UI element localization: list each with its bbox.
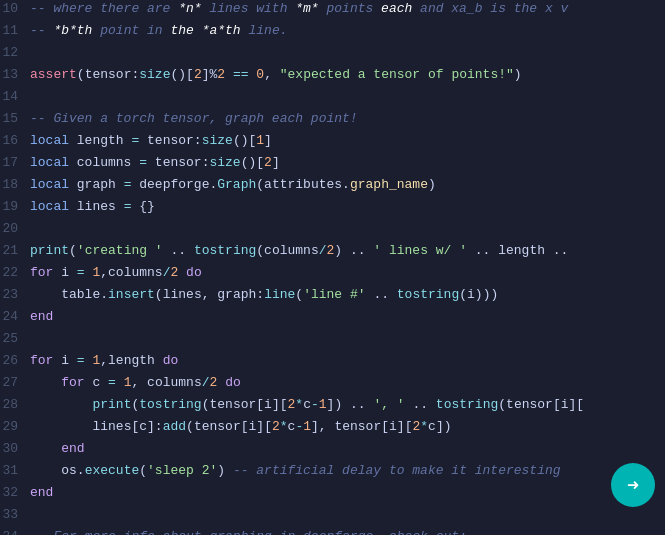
line-num-19: 19: [0, 199, 30, 214]
code-line-28: 28 print(tostring(tensor[i][2*c-1]) .. '…: [0, 396, 665, 418]
code-line-23: 23 table.insert(lines, graph:line('line …: [0, 286, 665, 308]
line-content-27: for c = 1, columns/2 do: [30, 375, 241, 390]
line-content-24: end: [30, 309, 53, 324]
line-content-30: end: [30, 441, 85, 456]
line-num-20: 20: [0, 221, 30, 236]
code-line-12: 12: [0, 44, 665, 66]
line-content-34: -- For more info about graphing in deepf…: [30, 529, 467, 535]
line-num-12: 12: [0, 45, 30, 60]
line-content-15: -- Given a torch tensor, graph each poin…: [30, 111, 358, 126]
line-num-16: 16: [0, 133, 30, 148]
line-content-32: end: [30, 485, 53, 500]
line-num-25: 25: [0, 331, 30, 346]
line-num-21: 21: [0, 243, 30, 258]
line-content-23: table.insert(lines, graph:line('line #' …: [30, 287, 498, 302]
line-num-17: 17: [0, 155, 30, 170]
line-content-31: os.execute('sleep 2') -- artificial dela…: [30, 463, 561, 478]
code-line-27: 27 for c = 1, columns/2 do: [0, 374, 665, 396]
line-num-10: 10: [0, 1, 30, 16]
line-num-15: 15: [0, 111, 30, 126]
line-content-29: lines[c]:add(tensor[i][2*c-1], tensor[i]…: [30, 419, 452, 434]
line-num-11: 11: [0, 23, 30, 38]
line-content-11: -- *b*th point in the *a*th line.: [30, 23, 287, 38]
arrow-right-icon: ➜: [627, 473, 639, 498]
line-num-18: 18: [0, 177, 30, 192]
code-line-24: 24 end: [0, 308, 665, 330]
line-content-19: local lines = {}: [30, 199, 155, 214]
line-num-13: 13: [0, 67, 30, 82]
line-content-22: for i = 1,columns/2 do: [30, 265, 202, 280]
code-line-21: 21 print('creating ' .. tostring(columns…: [0, 242, 665, 264]
line-content-28: print(tostring(tensor[i][2*c-1]) .. ', '…: [30, 397, 584, 412]
line-num-29: 29: [0, 419, 30, 434]
line-num-33: 33: [0, 507, 30, 522]
line-content-17: local columns = tensor:size()[2]: [30, 155, 280, 170]
line-num-24: 24: [0, 309, 30, 324]
line-num-22: 22: [0, 265, 30, 280]
code-line-20: 20: [0, 220, 665, 242]
code-line-22: 22 for i = 1,columns/2 do: [0, 264, 665, 286]
code-line-14: 14: [0, 88, 665, 110]
code-line-33: 33: [0, 506, 665, 528]
line-num-27: 27: [0, 375, 30, 390]
code-line-26: 26 for i = 1,length do: [0, 352, 665, 374]
code-line-29: 29 lines[c]:add(tensor[i][2*c-1], tensor…: [0, 418, 665, 440]
code-line-13: 13 assert(tensor:size()[2]%2 == 0, "expe…: [0, 66, 665, 88]
fab-button[interactable]: ➜: [611, 463, 655, 507]
line-num-23: 23: [0, 287, 30, 302]
code-editor: 10 -- where there are *n* lines with *m*…: [0, 0, 665, 535]
line-num-31: 31: [0, 463, 30, 478]
code-line-10: 10 -- where there are *n* lines with *m*…: [0, 0, 665, 22]
line-num-32: 32: [0, 485, 30, 500]
line-content-16: local length = tensor:size()[1]: [30, 133, 272, 148]
line-content-26: for i = 1,length do: [30, 353, 178, 368]
line-content-18: local graph = deepforge.Graph(attributes…: [30, 177, 436, 192]
code-line-25: 25: [0, 330, 665, 352]
line-num-14: 14: [0, 89, 30, 104]
line-content-21: print('creating ' .. tostring(columns/2)…: [30, 243, 568, 258]
line-content-10: -- where there are *n* lines with *m* po…: [30, 1, 568, 16]
code-line-15: 15 -- Given a torch tensor, graph each p…: [0, 110, 665, 132]
line-num-28: 28: [0, 397, 30, 412]
line-num-26: 26: [0, 353, 30, 368]
code-line-18: 18 local graph = deepforge.Graph(attribu…: [0, 176, 665, 198]
code-line-19: 19 local lines = {}: [0, 198, 665, 220]
code-line-34: 34 -- For more info about graphing in de…: [0, 528, 665, 535]
line-num-34: 34: [0, 529, 30, 535]
code-line-31: 31 os.execute('sleep 2') -- artificial d…: [0, 462, 665, 484]
code-line-32: 32 end: [0, 484, 665, 506]
line-content-13: assert(tensor:size()[2]%2 == 0, "expecte…: [30, 67, 522, 82]
line-num-30: 30: [0, 441, 30, 456]
code-line-30: 30 end: [0, 440, 665, 462]
code-line-16: 16 local length = tensor:size()[1]: [0, 132, 665, 154]
code-line-11: 11 -- *b*th point in the *a*th line.: [0, 22, 665, 44]
code-line-17: 17 local columns = tensor:size()[2]: [0, 154, 665, 176]
